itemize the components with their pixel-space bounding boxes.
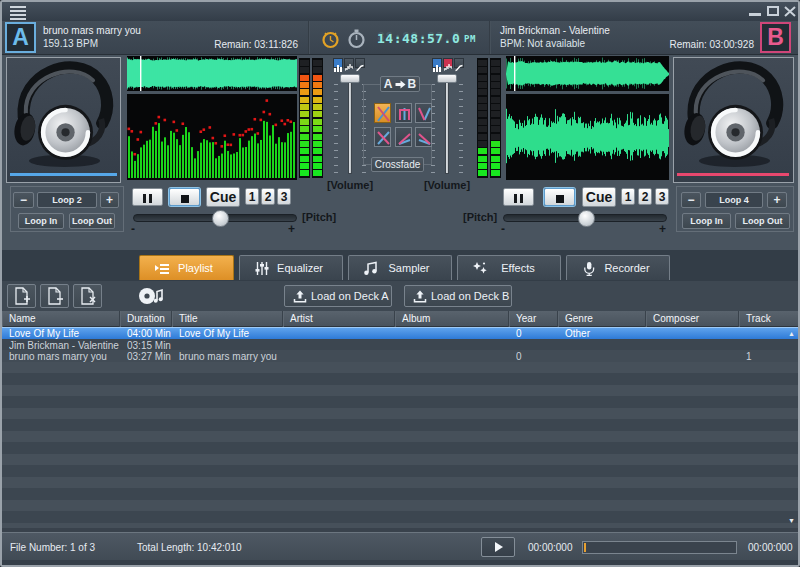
vu-segment bbox=[313, 104, 322, 110]
table-row-empty[interactable] bbox=[2, 408, 798, 420]
loop-a-plus-button[interactable]: + bbox=[100, 192, 119, 208]
load-on-deck-a-button[interactable]: Load on Deck A bbox=[284, 285, 392, 307]
tab-recorder[interactable]: Recorder bbox=[566, 255, 670, 280]
column-header-composer[interactable]: Composer bbox=[646, 311, 739, 327]
table-row-empty[interactable] bbox=[2, 362, 798, 374]
pitch-a-label: [Pitch] bbox=[302, 211, 336, 223]
remove-file-button[interactable] bbox=[40, 284, 69, 308]
deck-b-hotcue-3[interactable]: 3 bbox=[655, 188, 669, 205]
deck-a-spectrum-analyzer bbox=[127, 94, 297, 180]
curve-view-icon[interactable] bbox=[355, 58, 365, 68]
loop-b-out-button[interactable]: Loop Out bbox=[735, 213, 790, 229]
close-button[interactable] bbox=[784, 6, 796, 17]
table-row-empty[interactable] bbox=[2, 419, 798, 431]
a-to-b-button[interactable]: A B bbox=[380, 76, 420, 92]
deck-b-pitch-knob[interactable] bbox=[578, 210, 595, 227]
load-on-deck-b-button[interactable]: Load on Deck B bbox=[404, 285, 512, 307]
table-row-empty[interactable] bbox=[2, 454, 798, 466]
loop-b-plus-button[interactable]: + bbox=[767, 192, 787, 208]
preview-track-button[interactable] bbox=[135, 284, 167, 308]
clear-playlist-button[interactable] bbox=[73, 284, 102, 308]
column-header-album[interactable]: Album bbox=[395, 311, 509, 327]
maximize-button[interactable] bbox=[767, 6, 779, 16]
loop-a-in-button[interactable]: Loop In bbox=[18, 213, 64, 229]
minimize-button[interactable] bbox=[749, 13, 761, 16]
table-row-empty[interactable] bbox=[2, 488, 798, 500]
clock-icon[interactable] bbox=[321, 30, 340, 49]
crossfade-curve-2[interactable] bbox=[395, 103, 412, 123]
deck-b-hotcue-2[interactable]: 2 bbox=[638, 188, 652, 205]
vu-segment bbox=[478, 134, 487, 140]
crossfade-curve-5[interactable] bbox=[395, 127, 412, 147]
scroll-down-arrow[interactable]: ▼ bbox=[786, 516, 797, 526]
loop-a-out-button[interactable]: Loop Out bbox=[69, 213, 115, 229]
deck-a-stop-button[interactable] bbox=[169, 188, 200, 206]
crossfade-curve-6[interactable] bbox=[415, 127, 432, 147]
preview-progress-bar[interactable] bbox=[582, 541, 737, 554]
bars-view-icon[interactable] bbox=[432, 58, 442, 68]
table-row[interactable]: Love Of My Life04:00 MinLove Of My Life0… bbox=[2, 327, 798, 339]
vu-segment bbox=[313, 170, 322, 176]
tab-equalizer[interactable]: Equalizer bbox=[239, 255, 343, 280]
tab-playlist[interactable]: Playlist bbox=[139, 255, 234, 280]
table-row-empty[interactable] bbox=[2, 396, 798, 408]
table-row-empty[interactable] bbox=[2, 385, 798, 397]
loop-b-in-button[interactable]: Loop In bbox=[682, 213, 731, 229]
deck-a-hotcue-2[interactable]: 2 bbox=[261, 188, 275, 205]
deck-b-hotcue-1[interactable]: 1 bbox=[621, 188, 635, 205]
vu-segment bbox=[300, 170, 309, 176]
preview-play-button[interactable] bbox=[481, 537, 515, 557]
stopwatch-icon[interactable] bbox=[347, 29, 366, 49]
column-header-title[interactable]: Title bbox=[172, 311, 283, 327]
table-row[interactable]: bruno mars marry you03:27 Minbruno mars … bbox=[2, 350, 798, 362]
column-header-track[interactable]: Track bbox=[739, 311, 800, 327]
pitch-a-minus: - bbox=[131, 222, 135, 236]
deck-a-pause-button[interactable] bbox=[132, 188, 163, 206]
table-row-empty[interactable] bbox=[2, 511, 798, 523]
tab-sampler[interactable]: Sampler bbox=[348, 255, 452, 280]
column-header-year[interactable]: Year bbox=[509, 311, 558, 327]
scroll-up-arrow[interactable]: ▲ bbox=[786, 329, 797, 339]
deck-a-pitch-knob[interactable] bbox=[212, 210, 229, 227]
table-row-empty[interactable] bbox=[2, 373, 798, 385]
volume-a-track[interactable] bbox=[348, 76, 352, 174]
vu-segment bbox=[478, 60, 487, 66]
column-header-artist[interactable]: Artist bbox=[283, 311, 395, 327]
table-row[interactable]: Jim Brickman - Valentine03:15 Min bbox=[2, 339, 798, 351]
column-header-genre[interactable]: Genre bbox=[558, 311, 646, 327]
noise-view-icon[interactable] bbox=[443, 58, 453, 68]
table-row-empty[interactable] bbox=[2, 500, 798, 512]
add-files-button[interactable] bbox=[7, 284, 36, 308]
deck-b-pause-button[interactable] bbox=[503, 188, 534, 206]
bars-view-icon[interactable] bbox=[333, 58, 343, 68]
column-header-name[interactable]: Name bbox=[2, 311, 120, 327]
deck-b-cue-button[interactable]: Cue bbox=[582, 187, 616, 207]
volume-b-handle[interactable] bbox=[437, 74, 457, 83]
deck-a-hotcue-3[interactable]: 3 bbox=[277, 188, 291, 205]
tab-effects[interactable]: Effects bbox=[457, 255, 561, 280]
vu-segment bbox=[491, 148, 500, 154]
volume-b-label: [Volume] bbox=[421, 179, 473, 191]
crossfade-curve-3[interactable] bbox=[415, 103, 432, 123]
crossfade-curve-1[interactable] bbox=[374, 103, 391, 123]
volume-a-handle[interactable] bbox=[340, 74, 360, 83]
table-row-empty[interactable] bbox=[2, 442, 798, 454]
loop-a-minus-button[interactable]: − bbox=[13, 192, 34, 208]
crossfade-button[interactable]: Crossfade bbox=[371, 157, 424, 172]
vu-segment bbox=[313, 67, 322, 73]
noise-view-icon[interactable] bbox=[344, 58, 354, 68]
crossfade-curve-4[interactable] bbox=[374, 127, 391, 147]
deck-b-stop-button[interactable] bbox=[544, 188, 575, 206]
deck-b-waveform-overview[interactable] bbox=[506, 56, 669, 91]
deck-a-cue-button[interactable]: Cue bbox=[206, 187, 240, 207]
menu-icon[interactable] bbox=[10, 6, 26, 22]
loop-b-minus-button[interactable]: − bbox=[681, 192, 701, 208]
deck-a-hotcue-1[interactable]: 1 bbox=[245, 188, 259, 205]
column-header-duration[interactable]: Duration bbox=[120, 311, 172, 327]
table-row-empty[interactable] bbox=[2, 431, 798, 443]
deck-a-waveform-overview[interactable] bbox=[127, 56, 297, 91]
volume-b-track[interactable] bbox=[445, 76, 449, 174]
table-row-empty[interactable] bbox=[2, 477, 798, 489]
table-row-empty[interactable] bbox=[2, 465, 798, 477]
curve-view-icon[interactable] bbox=[454, 58, 464, 68]
